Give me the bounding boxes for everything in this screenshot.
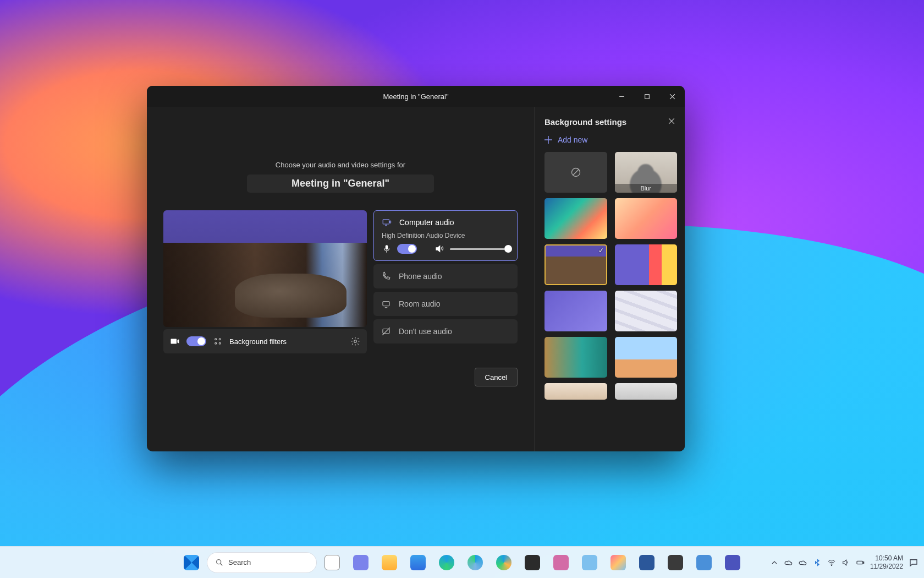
start-button[interactable] bbox=[178, 549, 205, 576]
bg-tile[interactable] bbox=[544, 198, 607, 239]
background-tiles-grid[interactable]: Blur Pantone Home Office bbox=[535, 148, 685, 451]
svg-point-3 bbox=[219, 339, 221, 340]
audio-option-computer[interactable]: Computer audio High Definition Audio Dev… bbox=[373, 210, 518, 261]
mic-toggle[interactable] bbox=[397, 244, 417, 254]
add-new-label: Add new bbox=[558, 135, 587, 144]
chevron-up-icon[interactable] bbox=[770, 558, 779, 567]
taskbar-app-edge-canary[interactable] bbox=[491, 549, 517, 576]
audio-device-name: High Definition Audio Device bbox=[382, 232, 509, 239]
pc-audio-icon bbox=[382, 217, 392, 227]
volume-icon[interactable] bbox=[842, 558, 850, 567]
taskbar-app-edge[interactable] bbox=[433, 549, 460, 576]
bg-tile[interactable] bbox=[615, 383, 678, 400]
svg-rect-16 bbox=[857, 561, 863, 564]
taskbar-app-edge-beta[interactable] bbox=[462, 549, 488, 576]
blur-caption: Blur bbox=[615, 184, 678, 193]
volume-slider[interactable] bbox=[450, 248, 509, 250]
svg-point-5 bbox=[219, 342, 221, 344]
taskbar-app-notepad[interactable] bbox=[576, 549, 603, 576]
prejoin-prompt: Choose your audio and video settings for bbox=[163, 161, 518, 169]
bg-tile[interactable] bbox=[615, 291, 678, 331]
video-icon bbox=[170, 336, 180, 346]
add-new-background-button[interactable]: Add new bbox=[535, 130, 685, 148]
bg-tile-blur[interactable]: Blur bbox=[615, 152, 678, 193]
taskbar-app-snipping[interactable] bbox=[548, 549, 574, 576]
battery-icon[interactable] bbox=[856, 558, 865, 567]
titlebar: Meeting in "General" bbox=[147, 86, 685, 107]
taskbar-app-terminal[interactable] bbox=[519, 549, 546, 576]
svg-rect-7 bbox=[383, 220, 389, 224]
room-audio-label: Room audio bbox=[399, 299, 441, 308]
window-title: Meeting in "General" bbox=[383, 92, 448, 101]
search-icon bbox=[215, 558, 224, 567]
taskbar-app-settings[interactable] bbox=[691, 549, 717, 576]
taskbar-system-tray[interactable]: 10:50 AM 11/29/2022 bbox=[770, 554, 919, 571]
teams-prejoin-window: Meeting in "General" Choose your audio a… bbox=[147, 86, 685, 451]
taskbar-app-explorer[interactable] bbox=[376, 549, 403, 576]
minimize-button[interactable] bbox=[609, 86, 634, 107]
cancel-button[interactable]: Cancel bbox=[475, 368, 518, 386]
phone-icon bbox=[381, 271, 391, 281]
bg-tile-none[interactable] bbox=[544, 152, 607, 193]
bg-tile[interactable] bbox=[544, 291, 607, 331]
background-settings-panel: Background settings Add new Blur bbox=[534, 107, 685, 451]
bg-panel-close-button[interactable] bbox=[668, 117, 675, 127]
task-view-button[interactable] bbox=[319, 549, 345, 576]
clock-time: 10:50 AM bbox=[870, 554, 903, 563]
taskbar-app-store[interactable] bbox=[405, 549, 431, 576]
meeting-name-field[interactable]: Meeting in "General" bbox=[247, 175, 434, 193]
svg-point-2 bbox=[215, 339, 217, 340]
bg-tile[interactable] bbox=[615, 337, 678, 378]
svg-point-13 bbox=[217, 559, 221, 564]
microphone-icon[interactable] bbox=[382, 244, 392, 254]
bluetooth-icon[interactable] bbox=[813, 558, 822, 567]
camera-toggle[interactable] bbox=[186, 336, 206, 346]
bg-tile-selected[interactable]: Pantone Home Office bbox=[544, 244, 607, 285]
computer-audio-label: Computer audio bbox=[399, 218, 454, 227]
svg-rect-17 bbox=[863, 561, 864, 563]
taskbar-app-teams[interactable] bbox=[719, 549, 746, 576]
taskbar-app-word[interactable] bbox=[634, 549, 660, 576]
close-button[interactable] bbox=[659, 86, 685, 107]
room-icon bbox=[381, 299, 391, 309]
bg-tile[interactable] bbox=[544, 337, 607, 378]
camera-preview bbox=[163, 210, 367, 327]
notifications-icon[interactable] bbox=[909, 558, 919, 568]
audio-option-none[interactable]: Don't use audio bbox=[373, 319, 518, 343]
svg-point-4 bbox=[215, 342, 217, 344]
bg-tile[interactable] bbox=[615, 244, 678, 285]
bg-panel-title: Background settings bbox=[544, 117, 626, 127]
no-audio-icon bbox=[381, 326, 391, 336]
maximize-button[interactable] bbox=[634, 86, 659, 107]
audio-option-room[interactable]: Room audio bbox=[373, 292, 518, 316]
taskbar-search[interactable]: Search bbox=[207, 552, 317, 573]
svg-line-14 bbox=[221, 563, 223, 565]
background-filters-button[interactable]: Background filters bbox=[229, 337, 287, 346]
prejoin-main-pane: Choose your audio and video settings for… bbox=[147, 107, 534, 451]
taskbar-app-paint[interactable] bbox=[605, 549, 631, 576]
clock-date: 11/29/2022 bbox=[870, 563, 903, 571]
wifi-icon[interactable] bbox=[827, 558, 836, 567]
search-placeholder: Search bbox=[228, 558, 251, 566]
gear-icon[interactable] bbox=[350, 336, 360, 346]
speaker-icon[interactable] bbox=[435, 244, 444, 254]
svg-line-12 bbox=[573, 170, 579, 175]
taskbar-app-chat[interactable] bbox=[348, 549, 374, 576]
window-controls bbox=[609, 86, 685, 107]
camera-toolbar: Background filters bbox=[163, 329, 367, 353]
onedrive-icon[interactable] bbox=[784, 558, 793, 567]
onedrive-icon[interactable] bbox=[799, 558, 807, 567]
bg-tile[interactable] bbox=[544, 383, 607, 400]
audio-option-phone[interactable]: Phone audio bbox=[373, 264, 518, 288]
bg-tile[interactable] bbox=[615, 198, 678, 239]
svg-point-6 bbox=[354, 340, 357, 343]
svg-rect-1 bbox=[645, 94, 649, 99]
windows-taskbar: Search 10:50 AM 11/29/2022 bbox=[0, 546, 924, 578]
effects-icon bbox=[213, 336, 223, 346]
no-audio-label: Don't use audio bbox=[399, 327, 452, 336]
svg-rect-8 bbox=[383, 302, 389, 306]
taskbar-app-photos[interactable] bbox=[662, 549, 689, 576]
phone-audio-label: Phone audio bbox=[399, 272, 442, 281]
svg-point-15 bbox=[831, 565, 832, 565]
taskbar-clock[interactable]: 10:50 AM 11/29/2022 bbox=[870, 554, 903, 571]
